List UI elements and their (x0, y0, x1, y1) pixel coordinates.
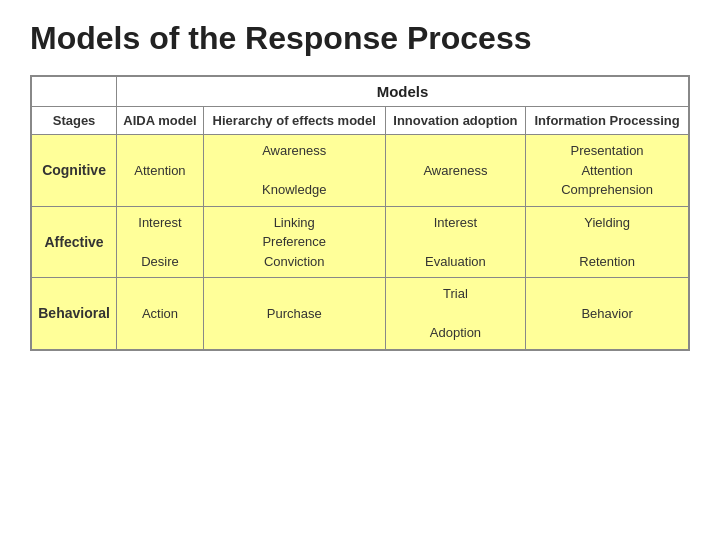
information-header: Information Processing (526, 107, 689, 135)
stage-label-0: Cognitive (31, 135, 117, 207)
stage-label-1: Affective (31, 206, 117, 278)
table-wrapper: Models Stages AIDA model Hierarchy of ef… (30, 75, 690, 351)
cell-innovation-0: Awareness (385, 135, 526, 207)
cell-innovation-2: TrialAdoption (385, 278, 526, 350)
stages-header: Stages (31, 107, 117, 135)
page: Models of the Response Process Models St… (0, 0, 720, 540)
cell-information-0: PresentationAttentionComprehension (526, 135, 689, 207)
cell-innovation-1: InterestEvaluation (385, 206, 526, 278)
cell-information-2: Behavior (526, 278, 689, 350)
cell-information-1: YieldingRetention (526, 206, 689, 278)
empty-header-cell (31, 76, 117, 107)
hierarchy-header: Hierarchy of effects model (203, 107, 385, 135)
cell-hierarchy-1: LinkingPreferenceConviction (203, 206, 385, 278)
stage-label-2: Behavioral (31, 278, 117, 350)
models-header: Models (117, 76, 689, 107)
page-title: Models of the Response Process (30, 20, 690, 57)
aida-header: AIDA model (117, 107, 204, 135)
cell-hierarchy-2: Purchase (203, 278, 385, 350)
innovation-header: Innovation adoption (385, 107, 526, 135)
response-process-table: Models Stages AIDA model Hierarchy of ef… (30, 75, 690, 351)
cell-aida-2: Action (117, 278, 204, 350)
cell-hierarchy-0: AwarenessKnowledge (203, 135, 385, 207)
cell-aida-0: Attention (117, 135, 204, 207)
cell-aida-1: InterestDesire (117, 206, 204, 278)
